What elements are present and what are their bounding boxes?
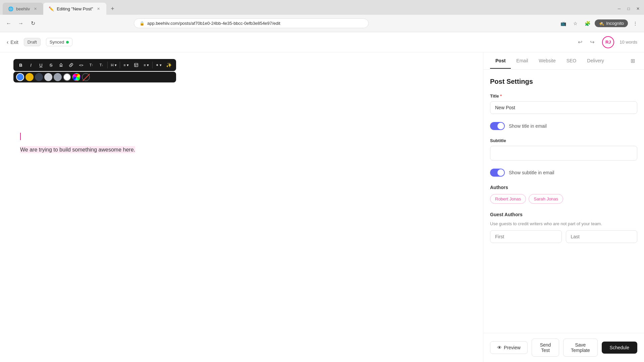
cast-icon[interactable]: 📺 bbox=[558, 19, 568, 28]
exit-button[interactable]: ‹ Exit bbox=[7, 39, 18, 45]
exit-label: Exit bbox=[10, 40, 18, 45]
block-button[interactable] bbox=[131, 60, 141, 70]
color-swatch-rainbow[interactable] bbox=[72, 73, 80, 81]
schedule-button[interactable]: Schedule bbox=[602, 342, 637, 354]
ai-button[interactable]: ✨ bbox=[164, 60, 173, 70]
tab-bar: 🌐 beehiiv ✕ ✏️ Editing "New Post" ✕ + ─ … bbox=[0, 0, 644, 15]
incognito-icon: 🕵️ bbox=[599, 21, 604, 26]
editor-content[interactable]: We are trying to build something awesome… bbox=[13, 133, 470, 153]
strikethrough-button[interactable]: S bbox=[46, 60, 56, 70]
formatting-toolbar: B I U S <> T↑ T↓ H ▾ ≡ ▾ bbox=[13, 59, 176, 82]
selected-text-block[interactable]: We are trying to build something awesome… bbox=[20, 147, 463, 153]
superscript-button[interactable]: T↑ bbox=[87, 60, 96, 70]
list-button[interactable]: ≡ ▾ bbox=[121, 60, 131, 70]
text-cursor bbox=[20, 133, 21, 140]
color-swatch-light-gray[interactable] bbox=[44, 73, 52, 81]
italic-button[interactable]: I bbox=[26, 60, 36, 70]
title-field-label: Title * bbox=[490, 94, 637, 99]
cursor-line bbox=[20, 133, 463, 140]
undo-button[interactable]: ↩ bbox=[575, 38, 585, 47]
show-subtitle-toggle[interactable] bbox=[490, 169, 505, 177]
color-picker-row bbox=[13, 72, 176, 82]
subscript-button[interactable]: T↓ bbox=[97, 60, 106, 70]
lock-icon: 🔒 bbox=[140, 21, 145, 26]
color-swatch-none[interactable] bbox=[82, 73, 90, 81]
window-controls: ─ □ ✕ bbox=[616, 5, 641, 12]
bookmark-icon[interactable]: ☆ bbox=[571, 19, 580, 28]
browser-chrome: 🌐 beehiiv ✕ ✏️ Editing "New Post" ✕ + ─ … bbox=[0, 0, 644, 32]
color-swatch-blue[interactable] bbox=[16, 73, 24, 81]
show-title-toggle[interactable] bbox=[490, 122, 505, 130]
tab-email[interactable]: Email bbox=[511, 53, 533, 69]
align-button[interactable]: ≡ ▾ bbox=[142, 60, 151, 70]
subtitle-field-label: Subtitle bbox=[490, 138, 637, 143]
address-bar[interactable]: 🔒 app.beehiiv.com/posts/af70b1e0-24bb-4e… bbox=[134, 18, 369, 28]
tab-editing[interactable]: ✏️ Editing "New Post" ✕ bbox=[43, 3, 106, 15]
tab-editing-close[interactable]: ✕ bbox=[96, 6, 101, 11]
toolbar-separator-3 bbox=[152, 62, 153, 68]
color-swatch-yellow[interactable] bbox=[25, 73, 34, 81]
title-input[interactable] bbox=[490, 101, 637, 114]
tab-beehiiv[interactable]: 🌐 beehiiv ✕ bbox=[3, 3, 43, 15]
color-swatch-medium-gray[interactable] bbox=[54, 73, 62, 81]
color-swatch-white[interactable] bbox=[63, 73, 71, 81]
forward-button[interactable]: → bbox=[16, 19, 25, 28]
panel-expand-button[interactable]: ⊞ bbox=[628, 56, 637, 66]
back-button[interactable]: ← bbox=[4, 19, 13, 28]
show-title-toggle-row: Show title in email bbox=[490, 122, 637, 130]
incognito-button[interactable]: 🕵️ Incognito bbox=[595, 19, 628, 27]
link-button[interactable] bbox=[66, 60, 76, 70]
undo-redo-controls: ↩ ↪ bbox=[575, 38, 597, 47]
tab-website[interactable]: Website bbox=[533, 53, 561, 69]
redo-button[interactable]: ↪ bbox=[587, 38, 597, 47]
synced-badge: Synced bbox=[46, 38, 72, 46]
extension-icon[interactable]: 🧩 bbox=[583, 19, 592, 28]
author-chip-robert[interactable]: Robert Jonas bbox=[490, 194, 526, 204]
preview-label: Preview bbox=[504, 345, 521, 350]
draft-badge[interactable]: Draft bbox=[24, 38, 41, 46]
show-subtitle-toggle-label: Show subtitle in email bbox=[509, 170, 554, 175]
restore-button[interactable]: □ bbox=[625, 5, 632, 12]
tab-editing-favicon: ✏️ bbox=[49, 6, 54, 11]
color-swatch-dark-gray[interactable] bbox=[35, 73, 43, 81]
tab-beehiiv-favicon: 🌐 bbox=[8, 6, 13, 11]
guest-first-name-input[interactable] bbox=[490, 230, 562, 243]
new-tab-button[interactable]: + bbox=[108, 4, 117, 13]
panel-footer: 👁 Preview Send Test Save Template Schedu… bbox=[483, 333, 644, 362]
minimize-button[interactable]: ─ bbox=[616, 5, 623, 12]
user-avatar[interactable]: RJ bbox=[602, 36, 614, 48]
incognito-label: Incognito bbox=[606, 21, 624, 26]
underline-button[interactable]: U bbox=[36, 60, 46, 70]
refresh-button[interactable]: ↻ bbox=[28, 19, 38, 28]
author-chip-sarah[interactable]: Sarah Jonas bbox=[529, 194, 563, 204]
tab-seo[interactable]: SEO bbox=[561, 53, 582, 69]
editor-area[interactable]: B I U S <> T↑ T↓ H ▾ ≡ ▾ bbox=[0, 52, 483, 362]
save-template-button[interactable]: Save Template bbox=[563, 339, 597, 357]
tab-beehiiv-close[interactable]: ✕ bbox=[33, 6, 38, 11]
code-button[interactable]: <> bbox=[76, 60, 86, 70]
toolbar-main-row: B I U S <> T↑ T↓ H ▾ ≡ ▾ bbox=[13, 59, 176, 71]
guest-authors-inputs bbox=[490, 230, 637, 243]
svg-rect-0 bbox=[135, 63, 138, 67]
tab-post[interactable]: Post bbox=[490, 53, 511, 69]
menu-button[interactable]: ⋮ bbox=[631, 19, 640, 28]
guest-last-name-input[interactable] bbox=[566, 230, 638, 243]
app-container: ‹ Exit Draft Synced ↩ ↪ RJ 10 words B I … bbox=[0, 32, 644, 362]
guest-authors-section: Guest Authors Use guests to credit write… bbox=[490, 212, 637, 243]
highlight-button[interactable] bbox=[56, 60, 66, 70]
toggle-check-icon bbox=[499, 124, 503, 128]
show-subtitle-toggle-row: Show subtitle in email bbox=[490, 169, 637, 177]
send-test-button[interactable]: Send Test bbox=[532, 339, 559, 357]
word-count: 10 words bbox=[620, 40, 637, 45]
app-toolbar: ‹ Exit Draft Synced ↩ ↪ RJ 10 words bbox=[0, 32, 644, 52]
tab-delivery[interactable]: Delivery bbox=[582, 53, 609, 69]
bold-button[interactable]: B bbox=[16, 60, 25, 70]
insert-button[interactable]: ✦ ▾ bbox=[154, 60, 163, 70]
synced-dot-icon bbox=[66, 41, 69, 44]
preview-button[interactable]: 👁 Preview bbox=[490, 341, 528, 354]
close-button[interactable]: ✕ bbox=[635, 5, 641, 12]
editor-selected-text: We are trying to build something awesome… bbox=[20, 146, 135, 153]
heading-button[interactable]: H ▾ bbox=[109, 60, 118, 70]
subtitle-input[interactable] bbox=[490, 146, 637, 161]
guest-authors-description: Use guests to credit writers who are not… bbox=[490, 221, 637, 226]
